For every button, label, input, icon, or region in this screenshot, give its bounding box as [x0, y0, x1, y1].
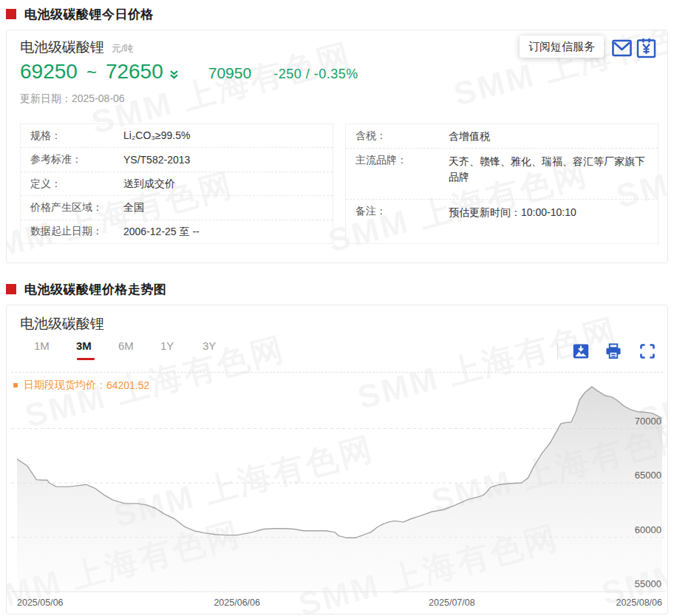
info-table: 含税： 含增值税 主流品牌： 天齐、赣锋、雅化、瑞福、容汇等厂家旗下品牌 备注：…: [345, 123, 658, 244]
average-price: 70950: [208, 64, 251, 82]
page: 电池级碳酸锂今日价格 SMM 上海有色网SMM 上海有色网SMM 上海有色网SM…: [0, 0, 674, 616]
row-value: 2006-12-25 至 --: [123, 224, 323, 240]
tab-1m[interactable]: 1M: [34, 339, 76, 352]
price-range-tilde: ~: [86, 62, 97, 83]
chart-card: SMM 上海有色网SMM 上海有色网SMM 上海有色网SMM 上海有色网SMM …: [6, 305, 668, 615]
row-value: 预估更新时间：10:00-10:10: [449, 205, 648, 220]
price-high: 72650: [106, 60, 163, 84]
invoice-icon[interactable]: [636, 38, 656, 58]
section-title: 电池级碳酸锂价格走势图: [24, 281, 167, 298]
save-image-icon[interactable]: [573, 343, 589, 359]
update-date-label: 更新日期：: [20, 92, 72, 104]
trend-area-chart[interactable]: [11, 374, 666, 595]
tab-label: 3Y: [202, 339, 216, 352]
table-row: 规格： Li₂CO₃≥99.5%: [21, 124, 333, 148]
x-axis-labels: 2025/05/062025/06/062025/07/082025/08/06: [11, 598, 666, 611]
legend-sep: :: [100, 379, 103, 391]
legend-label: 日期段现货均价: [24, 379, 96, 392]
y-tick-label: 60000: [635, 524, 661, 535]
row-label: 含税：: [355, 129, 449, 143]
table-row: 数据起止日期： 2006-12-25 至 --: [21, 220, 333, 243]
row-label: 参考标准：: [30, 153, 123, 166]
product-title-row: 电池级碳酸锂 元/吨: [20, 38, 134, 57]
row-value: 天齐、赣锋、雅化、瑞福、容汇等厂家旗下品牌: [449, 154, 648, 185]
table-row: 定义： 送到成交价: [21, 172, 333, 196]
row-label: 主流品牌：: [355, 154, 449, 167]
product-name: 电池级碳酸锂: [20, 38, 104, 57]
toolbar-divider: [557, 343, 558, 359]
table-row: 价格产生区域： 全国: [21, 196, 333, 220]
legend-dot-icon: [13, 383, 18, 387]
price-trend-chart[interactable]: 55000600006500070000: [11, 374, 666, 595]
tab-label: 1M: [34, 339, 50, 352]
row-value: YS/T582-2013: [123, 152, 323, 168]
row-value: Li₂CO₃≥99.5%: [123, 128, 323, 143]
row-label: 数据起止日期：: [30, 225, 123, 238]
tab-label: 3M: [76, 339, 92, 352]
tab-3m[interactable]: 3M: [76, 339, 118, 352]
x-tick-label: 2025/05/06: [17, 598, 64, 608]
update-date-value: 2025-08-06: [72, 92, 125, 104]
tab-label: 6M: [118, 339, 134, 352]
section-title: 电池级碳酸锂今日价格: [24, 6, 154, 23]
table-row: 参考标准： YS/T582-2013: [21, 148, 333, 172]
row-value: 含增值税: [449, 129, 648, 144]
section-header-today-price: 电池级碳酸锂今日价格: [6, 6, 154, 22]
section-header-trend-chart: 电池级碳酸锂价格走势图: [6, 281, 167, 297]
spec-table: 规格： Li₂CO₃≥99.5% 参考标准： YS/T582-2013 定义： …: [20, 123, 333, 244]
row-value: 送到成交价: [123, 176, 323, 192]
tab-3y[interactable]: 3Y: [202, 339, 245, 352]
x-tick-label: 2025/06/06: [214, 598, 260, 608]
row-value: 全国: [123, 200, 323, 215]
print-icon[interactable]: [605, 343, 622, 359]
price-card: SMM 上海有色网SMM 上海有色网SMM 上海有色网SMM 上海有色网SMM …: [6, 30, 668, 263]
red-square-bullet-icon: [6, 284, 16, 294]
row-label: 价格产生区域：: [30, 201, 123, 214]
chart-legend[interactable]: 日期段现货均价 : 64201.52: [13, 379, 149, 392]
legend-value: 64201.52: [106, 379, 149, 391]
row-label: 规格：: [30, 129, 123, 143]
update-date-row: 更新日期：2025-08-06: [20, 92, 125, 106]
subscribe-sms-popover[interactable]: 订阅短信服务: [520, 35, 604, 58]
y-tick-label: 55000: [635, 578, 661, 589]
table-row: 备注： 预估更新时间：10:00-10:10: [346, 200, 658, 245]
row-label: 定义：: [30, 177, 123, 191]
y-tick-label: 70000: [635, 416, 661, 427]
table-row: 含税： 含增值税: [346, 124, 658, 149]
tab-6m[interactable]: 6M: [118, 339, 160, 352]
email-icon[interactable]: [612, 39, 632, 57]
table-row: 主流品牌： 天齐、赣锋、雅化、瑞福、容汇等厂家旗下品牌: [346, 149, 658, 200]
price-low: 69250: [20, 60, 78, 84]
fullscreen-icon[interactable]: [640, 344, 655, 359]
chart-title: 电池级碳酸锂: [20, 314, 104, 334]
x-tick-label: 2025/08/06: [616, 598, 662, 608]
price-unit: 元/吨: [112, 42, 134, 55]
price-down-arrow-icon: [169, 70, 179, 79]
tab-1y[interactable]: 1Y: [160, 339, 202, 352]
x-tick-label: 2025/07/08: [429, 598, 475, 608]
period-tabs: 1M 3M 6M 1Y 3Y: [34, 339, 245, 352]
legend-separator: [11, 372, 663, 373]
price-row: 69250 ~ 72650 70950 -250 / -0.35%: [20, 60, 358, 84]
tab-label: 1Y: [160, 339, 174, 352]
row-label: 备注：: [355, 205, 449, 218]
price-change: -250 / -0.35%: [273, 67, 358, 82]
y-tick-label: 65000: [635, 470, 661, 481]
red-square-bullet-icon: [6, 9, 16, 19]
